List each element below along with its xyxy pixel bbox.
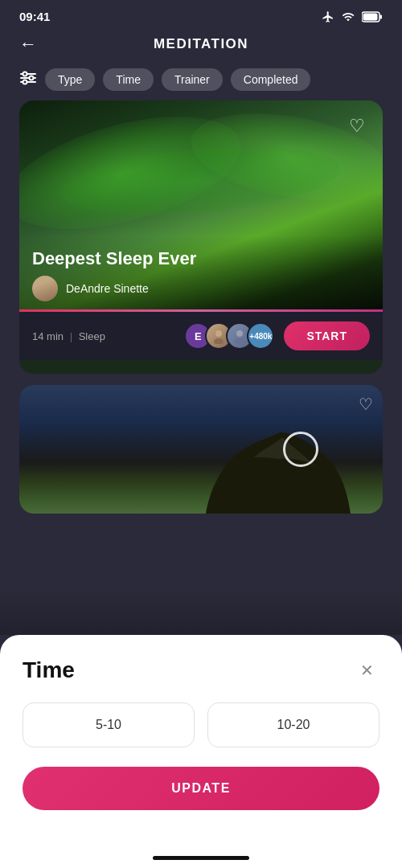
svg-rect-1 — [363, 13, 378, 20]
update-button[interactable]: UPDATE — [23, 767, 379, 810]
avatar-count: +480k — [247, 322, 274, 350]
card2-radio-button[interactable] — [283, 432, 318, 467]
svg-point-8 — [23, 80, 27, 84]
card1-meta: 14 min | Sleep — [32, 330, 105, 342]
trainer-row: DeAndre Sinette — [32, 276, 370, 301]
status-bar: 09:41 — [0, 0, 402, 30]
meditation-card-2: ♡ — [19, 385, 383, 514]
sheet-overlay — [0, 587, 402, 635]
svg-point-10 — [214, 338, 224, 344]
filter-type[interactable]: Type — [45, 68, 95, 91]
card1-favorite-button[interactable]: ♡ — [343, 112, 371, 141]
card1-title: Deepest Sleep Ever — [32, 248, 370, 269]
filter-time[interactable]: Time — [103, 68, 154, 91]
filter-trainer[interactable]: Trainer — [162, 68, 223, 91]
airplane-icon — [322, 10, 334, 23]
trainer-name: DeAndre Sinette — [66, 282, 149, 295]
filter-settings-icon[interactable] — [19, 71, 37, 89]
participants-avatars: E +480k — [184, 322, 274, 350]
filter-completed[interactable]: Completed — [231, 68, 311, 91]
card2-favorite-button[interactable]: ♡ — [359, 395, 373, 414]
sheet-header: Time ✕ — [23, 657, 379, 683]
wifi-icon — [341, 10, 355, 23]
svg-point-9 — [215, 330, 222, 337]
close-button[interactable]: ✕ — [354, 657, 379, 683]
card1-info-overlay: Deepest Sleep Ever DeAndre Sinette — [19, 235, 383, 309]
card1-bottom: 14 min | Sleep E — [19, 312, 383, 360]
time-option-5-10[interactable]: 5-10 — [23, 702, 195, 747]
time-option-10-20[interactable]: 10-20 — [207, 702, 379, 747]
avatar-inner — [32, 276, 58, 301]
bottom-sheet: Time ✕ 5-10 10-20 UPDATE — [0, 635, 402, 868]
time-display: 09:41 — [19, 10, 50, 23]
card2-background: ♡ — [19, 385, 383, 514]
trainer-avatar — [32, 276, 58, 301]
card-background-aurora: ♡ Deepest Sleep Ever DeAndre Sinette — [19, 100, 383, 309]
time-options: 5-10 10-20 — [23, 702, 379, 747]
status-icons — [322, 10, 383, 23]
home-indicator — [153, 856, 249, 860]
svg-point-6 — [23, 72, 27, 76]
cards-container: ♡ Deepest Sleep Ever DeAndre Sinette 14 … — [0, 100, 402, 514]
svg-rect-2 — [380, 14, 383, 18]
battery-icon — [362, 11, 383, 23]
page-title: MEDITATION — [154, 36, 248, 52]
svg-point-11 — [236, 330, 243, 337]
svg-point-7 — [30, 76, 34, 80]
back-button[interactable]: ← — [19, 34, 37, 55]
svg-point-12 — [235, 338, 244, 344]
page-header: ← MEDITATION — [0, 30, 402, 62]
start-button[interactable]: START — [284, 321, 370, 350]
filter-bar: Type Time Trainer Completed — [0, 62, 402, 100]
meditation-card-1: ♡ Deepest Sleep Ever DeAndre Sinette 14 … — [19, 100, 383, 374]
sheet-title: Time — [23, 657, 75, 683]
rock-silhouette — [206, 425, 351, 514]
